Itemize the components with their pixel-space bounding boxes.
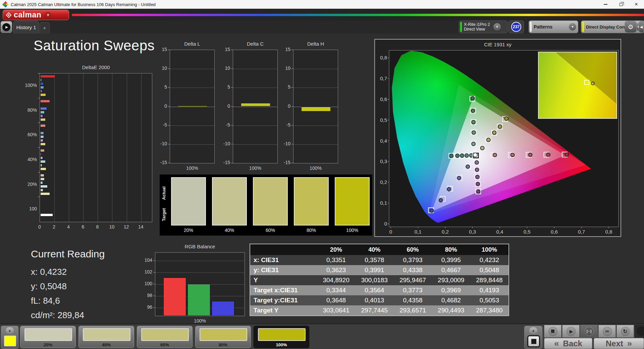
- infinity-icon: ∞: [603, 327, 612, 336]
- svg-text:0,2: 0,2: [380, 179, 387, 185]
- continuous-measure-button[interactable]: ∞: [598, 325, 616, 338]
- svg-text:0,8: 0,8: [605, 229, 612, 235]
- stop-button[interactable]: [544, 325, 561, 338]
- table-column-header: 40%: [355, 246, 393, 253]
- current-reading-title: Current Reading: [31, 248, 105, 260]
- meter-name: X-Rite i1Pro 2: [464, 22, 493, 27]
- rainbow-spectrum-bar: [72, 14, 644, 16]
- pattern-window-button[interactable]: [527, 335, 540, 347]
- chevron-right-icon: »: [627, 338, 632, 349]
- meter-mode: Direct View: [464, 27, 493, 32]
- pattern-tile[interactable]: 80%: [195, 326, 251, 348]
- color-swatch: [335, 177, 370, 226]
- actual-target-swatch-panel: Actual Target 20%40%60%80%100%: [160, 174, 372, 236]
- pattern-bar-endcap: [635, 325, 644, 338]
- rgb-balance-chart: RGB Balance9698100102104100%: [138, 244, 248, 328]
- stop-icon: [551, 330, 554, 333]
- pattern-tile[interactable]: 40%: [78, 326, 134, 348]
- chevron-down-icon[interactable]: ▼: [45, 12, 51, 18]
- svg-text:0,2: 0,2: [442, 229, 449, 235]
- table-row: Target Y303,0641297,7445293,6571290,4493…: [250, 305, 508, 315]
- step-measure-icon: [··]: [585, 327, 594, 336]
- meter-accent: [460, 22, 462, 32]
- repeat-button[interactable]: ↻: [616, 325, 634, 338]
- restore-button[interactable]: [613, 0, 629, 9]
- chevron-left-icon: «: [554, 338, 559, 349]
- svg-text:0: 0: [389, 229, 392, 235]
- svg-text:0,5: 0,5: [380, 117, 387, 123]
- swatch-label: 40%: [212, 228, 247, 233]
- reading-cdm2: cd/m²: 289,84: [31, 310, 84, 320]
- svg-text:0,6: 0,6: [551, 229, 558, 235]
- window-square-icon: [531, 339, 536, 344]
- svg-text:0,1: 0,1: [380, 200, 387, 206]
- app-icon: [3, 2, 8, 7]
- delta-h-chart: Delta H151050-5-10-15100%: [278, 40, 340, 174]
- cie-zoom-inset: [538, 52, 617, 119]
- tab-history-1[interactable]: History 1: [13, 21, 39, 34]
- reading-x: x: 0,4232: [31, 267, 67, 277]
- next-button[interactable]: Next »: [594, 338, 644, 349]
- svg-text:0,4: 0,4: [496, 229, 503, 235]
- table-row: Target y:CIE310,36480,40130,43580,46820,…: [250, 295, 508, 305]
- delta-c-chart: Delta C151050-5-10-15100%: [217, 40, 280, 174]
- inset-target-square: [584, 80, 589, 85]
- patterns-accent: [530, 22, 532, 32]
- current-pattern-swatch[interactable]: [4, 336, 16, 346]
- chevron-down-icon[interactable]: ▼: [569, 23, 576, 31]
- pattern-tile[interactable]: 20%: [20, 326, 76, 348]
- step-measure-button[interactable]: [··]: [580, 325, 598, 338]
- patterns-dropdown[interactable]: Patterns ▼: [529, 20, 578, 33]
- svg-text:0,4: 0,4: [380, 138, 387, 144]
- title-bar: Calman 2025 Calman Ultimate for Business…: [0, 0, 644, 9]
- delta-l-chart: Delta L151050-5-10-15100%: [154, 40, 217, 174]
- results-table: 20%40%60%80%100%x: CIE310,33510,35780,37…: [250, 244, 509, 316]
- meter-count-badge[interactable]: 237: [511, 22, 521, 32]
- swatch-label: 100%: [335, 228, 370, 233]
- svg-text:0,3: 0,3: [380, 158, 387, 164]
- play-button[interactable]: ▶: [562, 325, 580, 338]
- add-tab-button[interactable]: +: [40, 22, 50, 34]
- inset-measured-circle: [591, 82, 595, 85]
- reading-fl: fL: 84,6: [31, 296, 60, 306]
- gear-icon: ⚙: [628, 23, 633, 31]
- deltae2000-chart: DeltaE 200002468101214100%80%60%40%20%10…: [20, 64, 161, 236]
- calman-logo-text: calman: [14, 10, 41, 19]
- collapse-toolbar-button[interactable]: ◀: [639, 21, 644, 33]
- calman-diamond-icon: [6, 12, 12, 18]
- back-button[interactable]: « Back: [544, 338, 592, 349]
- color-swatch: [253, 177, 288, 226]
- up-arrow-icon: ▲: [8, 329, 11, 332]
- svg-text:0: 0: [384, 221, 387, 227]
- table-row: Y304,8920300,0183295,9467293,0009289,844…: [250, 275, 508, 285]
- pattern-window-tile: ▲: [524, 326, 542, 349]
- minimize-button[interactable]: [598, 0, 613, 9]
- target-row-label: Target: [161, 205, 166, 225]
- workflow-nav-button[interactable]: ▶: [1, 21, 12, 33]
- swatch-label: 60%: [253, 228, 288, 233]
- meter-dropdown[interactable]: X-Rite i1Pro 2 Direct View ▼: [459, 20, 508, 33]
- svg-text:0,7: 0,7: [380, 76, 387, 81]
- svg-text:0,5: 0,5: [524, 229, 531, 235]
- chevron-down-icon[interactable]: ▼: [493, 23, 501, 31]
- swatch-label: 20%: [171, 228, 206, 233]
- actual-row-label: Actual: [161, 183, 166, 203]
- table-column-header: 80%: [432, 246, 470, 253]
- color-swatch: [294, 177, 329, 226]
- pattern-tile[interactable]: 100%: [254, 326, 309, 348]
- expand-up-button[interactable]: ▲: [529, 327, 537, 334]
- settings-button[interactable]: ⚙: [625, 21, 637, 33]
- expand-up-button[interactable]: ▲: [6, 327, 14, 334]
- calman-menu-button[interactable]: calman ▼: [3, 10, 69, 20]
- up-arrow-icon: ▲: [532, 329, 535, 332]
- svg-text:0,1: 0,1: [415, 229, 422, 235]
- chevron-left-icon: ◀: [640, 25, 643, 29]
- pattern-tile[interactable]: 60%: [137, 326, 193, 348]
- svg-text:0,8: 0,8: [380, 55, 387, 60]
- calman-window: Calman 2025 Calman Ultimate for Business…: [0, 0, 644, 349]
- window-title: Calman 2025 Calman Ultimate for Business…: [11, 2, 156, 7]
- tab-bar: ▶ History 1 + X-Rite i1Pro 2 Direct View…: [0, 21, 644, 34]
- close-button[interactable]: ×: [629, 0, 644, 9]
- table-row: x: CIE310,33510,35780,37930,39950,4232: [250, 255, 508, 265]
- svg-text:0,7: 0,7: [578, 229, 585, 235]
